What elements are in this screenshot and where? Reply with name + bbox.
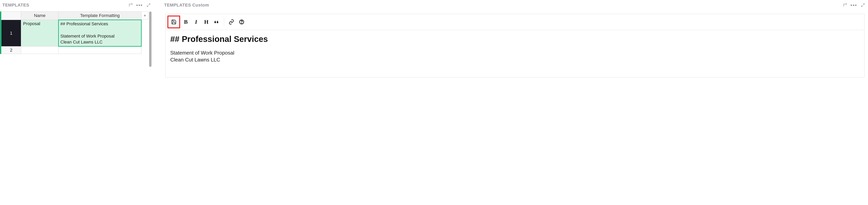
templates-panel-header: TEMPLATES ••• — [0, 0, 154, 10]
table-header-row: Name Template Formatting — [1, 12, 142, 20]
templates-grid: Name Template Formatting 1 Proposal ## P… — [1, 11, 148, 54]
bold-button[interactable]: B — [181, 18, 190, 26]
cell-name[interactable]: Proposal — [21, 20, 59, 47]
editor-body[interactable]: ## Professional Services Statement of Wo… — [165, 30, 864, 77]
cell-name[interactable] — [21, 47, 59, 54]
templates-table-wrap: Name Template Formatting 1 Proposal ## P… — [0, 11, 154, 54]
templates-actions: ••• — [128, 2, 151, 8]
more-icon[interactable]: ••• — [851, 2, 857, 8]
scrollbar-thumb[interactable] — [149, 11, 152, 67]
rownum-header — [1, 12, 21, 20]
heading-button[interactable]: H — [202, 18, 211, 26]
save-button[interactable] — [167, 16, 180, 28]
expand-icon[interactable] — [146, 2, 151, 8]
add-column-button[interactable]: + — [142, 11, 148, 19]
editor-toolbar: B I H — [165, 14, 864, 30]
editor-line: Clean Cut Lawns LLC — [170, 56, 860, 63]
custom-title: TEMPLATES Custom — [164, 3, 842, 8]
filter-icon[interactable] — [128, 2, 133, 8]
link-button[interactable] — [227, 18, 236, 26]
templates-panel: TEMPLATES ••• Name Temp — [0, 0, 154, 205]
svg-marker-1 — [846, 4, 847, 5]
quote-button[interactable] — [212, 18, 221, 26]
toolbar-separator — [224, 18, 224, 26]
templates-custom-panel: TEMPLATES Custom ••• B I H ## Profess — [162, 0, 868, 205]
custom-actions: ••• — [842, 2, 866, 8]
table-row[interactable]: 1 Proposal ## Professional Services Stat… — [1, 20, 142, 47]
more-icon[interactable]: ••• — [137, 2, 142, 8]
scrollbar[interactable] — [149, 11, 152, 54]
column-header-name[interactable]: Name — [21, 12, 59, 20]
expand-icon[interactable] — [860, 2, 866, 8]
templates-table[interactable]: Name Template Formatting 1 Proposal ## P… — [1, 11, 142, 54]
cell-template-formatting[interactable] — [59, 47, 142, 54]
help-button[interactable] — [237, 18, 246, 26]
cell-template-formatting[interactable]: ## Professional Services Statement of Wo… — [59, 20, 142, 47]
editor-heading: ## Professional Services — [170, 34, 860, 44]
custom-panel-header: TEMPLATES Custom ••• — [162, 0, 868, 10]
cell-content: ## Professional Services Statement of Wo… — [60, 21, 140, 45]
templates-title: TEMPLATES — [2, 3, 128, 8]
italic-button[interactable]: I — [191, 18, 200, 26]
editor-line: Statement of Work Proposal — [170, 49, 860, 56]
row-number[interactable]: 1 — [1, 20, 21, 47]
column-header-tf[interactable]: Template Formatting — [59, 12, 142, 20]
row-number[interactable]: 2 — [1, 47, 21, 54]
filter-icon[interactable] — [842, 2, 847, 8]
svg-point-3 — [242, 23, 242, 23]
table-row[interactable]: 2 — [1, 47, 142, 54]
